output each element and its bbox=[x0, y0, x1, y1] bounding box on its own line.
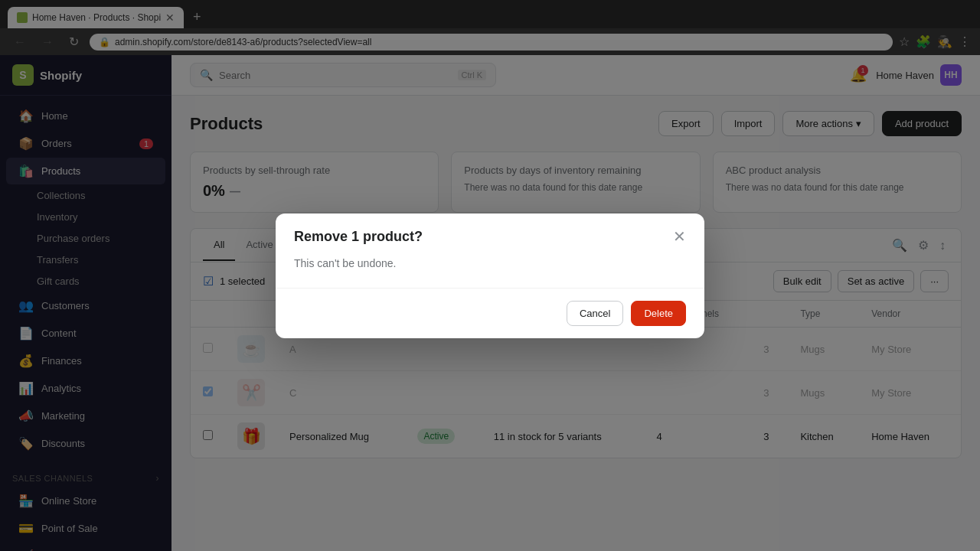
dialog-body: This can't be undone. bbox=[276, 245, 704, 288]
cancel-btn[interactable]: Cancel bbox=[567, 301, 623, 326]
modal-overlay: Remove 1 product? ✕ This can't be undone… bbox=[0, 0, 980, 551]
dialog-title: Remove 1 product? bbox=[294, 229, 423, 245]
dialog-body-text: This can't be undone. bbox=[294, 257, 686, 269]
delete-btn[interactable]: Delete bbox=[631, 301, 686, 326]
remove-product-dialog: Remove 1 product? ✕ This can't be undone… bbox=[276, 214, 704, 338]
dialog-header: Remove 1 product? ✕ bbox=[276, 214, 704, 245]
dialog-close-btn[interactable]: ✕ bbox=[673, 229, 686, 244]
dialog-footer: Cancel Delete bbox=[276, 288, 704, 338]
